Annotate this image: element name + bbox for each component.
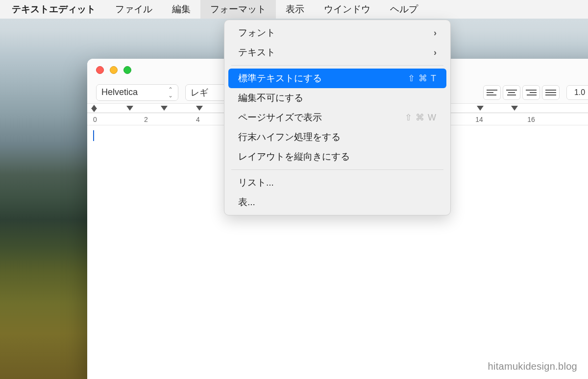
menu-help[interactable]: ヘルプ — [380, 0, 428, 19]
chevron-updown-icon: ⌃⌄ — [168, 87, 173, 98]
menu-item-shortcut: ⇧ ⌘ W — [405, 112, 437, 123]
tab-stop-icon[interactable] — [511, 106, 518, 111]
menu-window[interactable]: ウインドウ — [314, 0, 380, 19]
traffic-lights — [96, 66, 131, 74]
line-spacing-select[interactable]: 1.0 — [566, 85, 588, 100]
ruler-tick-label: 16 — [527, 116, 535, 123]
menu-item-make-plain-text[interactable]: 標準テキストにする ⇧ ⌘ T — [228, 69, 446, 88]
menu-item-label: 行末ハイフン処理をする — [238, 131, 341, 143]
app-name[interactable]: テキストエディット — [2, 3, 105, 16]
menu-item-shortcut: ⇧ ⌘ T — [408, 73, 437, 84]
menu-item-label: リスト... — [238, 176, 274, 189]
font-style-value: レギ — [191, 87, 208, 98]
align-center-button[interactable] — [503, 85, 520, 100]
align-left-button[interactable] — [483, 85, 501, 100]
align-right-button[interactable] — [522, 85, 540, 100]
menu-view[interactable]: 表示 — [276, 0, 314, 19]
watermark: hitamukidesign.blog — [488, 361, 577, 372]
font-family-value: Helvetica — [101, 87, 138, 97]
menu-item-label: テキスト — [238, 46, 275, 59]
menu-separator — [231, 65, 443, 66]
minimize-button[interactable] — [110, 66, 118, 74]
menu-item-label: 編集不可にする — [238, 92, 303, 104]
alignment-group — [483, 85, 560, 100]
menu-item-prevent-editing[interactable]: 編集不可にする — [228, 88, 446, 108]
tab-stop-icon[interactable] — [477, 106, 484, 111]
format-menu-dropdown: フォント › テキスト › 標準テキストにする ⇧ ⌘ T 編集不可にする ペー… — [224, 20, 451, 215]
menu-item-font[interactable]: フォント › — [228, 23, 446, 43]
menu-item-table[interactable]: 表... — [228, 192, 446, 212]
menu-separator — [231, 169, 443, 170]
menu-item-label: 表... — [238, 196, 255, 209]
indent-marker-icon[interactable] — [91, 105, 97, 112]
ruler-tick-label: 0 — [93, 116, 97, 123]
menu-item-hyphenation[interactable]: 行末ハイフン処理をする — [228, 127, 446, 147]
chevron-right-icon: › — [434, 28, 437, 38]
menu-format[interactable]: フォーマット — [200, 0, 276, 19]
menu-item-label: フォント — [238, 26, 275, 39]
chevron-right-icon: › — [434, 47, 437, 58]
font-style-select[interactable]: レギ — [185, 84, 229, 101]
menu-item-wrap-to-page[interactable]: ページサイズで表示 ⇧ ⌘ W — [228, 108, 446, 127]
tab-stop-icon[interactable] — [196, 106, 203, 111]
ruler-tick-label: 14 — [475, 116, 483, 123]
ruler-tick-label: 4 — [196, 116, 200, 123]
menu-item-label: レイアウトを縦向きにする — [238, 150, 350, 163]
text-cursor — [93, 130, 94, 141]
tab-stop-icon[interactable] — [161, 106, 168, 111]
tab-stop-icon[interactable] — [126, 106, 133, 111]
ruler-tick-label: 2 — [144, 116, 148, 123]
menu-edit[interactable]: 編集 — [162, 0, 200, 19]
menu-item-vertical-layout[interactable]: レイアウトを縦向きにする — [228, 147, 446, 166]
close-button[interactable] — [96, 66, 104, 74]
menu-item-text[interactable]: テキスト › — [228, 43, 446, 62]
menu-file[interactable]: ファイル — [105, 0, 162, 19]
font-family-select[interactable]: Helvetica ⌃⌄ — [96, 84, 178, 101]
align-justify-button[interactable] — [542, 85, 560, 100]
menubar: テキストエディット ファイル 編集 フォーマット 表示 ウインドウ ヘルプ — [0, 0, 588, 19]
menu-item-label: ページサイズで表示 — [238, 111, 322, 124]
zoom-button[interactable] — [123, 66, 131, 74]
menu-item-label: 標準テキストにする — [238, 72, 322, 85]
menu-item-list[interactable]: リスト... — [228, 173, 446, 192]
line-spacing-value: 1.0 — [574, 88, 585, 97]
